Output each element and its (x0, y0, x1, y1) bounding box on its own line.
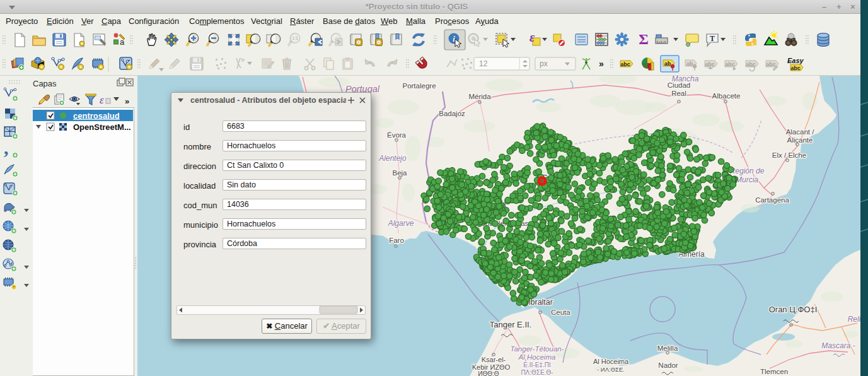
svg-text:*: * (13, 285, 14, 290)
svg-text:abc: abc (790, 65, 801, 71)
svg-text:Al Hoceima: Al Hoceima (518, 353, 556, 361)
svg-text:Tanger-Tétouan-: Tanger-Tétouan- (510, 345, 564, 353)
svg-text:Mérida: Mérida (468, 93, 491, 100)
svg-text:ΠΛ:ΘΣΕ.Θ-: ΠΛ:ΘΣΕ.Θ- (521, 369, 553, 376)
svg-text:Al Hoceima: Al Hoceima (593, 358, 629, 365)
svg-text:centrosalud - Atributos del ob: centrosalud - Atributos del objeto espac… (190, 96, 349, 105)
svg-text:ε: ε (100, 94, 104, 106)
svg-text:OpenStreetM...: OpenStreetM... (73, 122, 131, 132)
svg-text:Alacant /: Alacant / (786, 128, 815, 136)
svg-text:Mancha: Mancha (672, 76, 699, 83)
svg-text:Tlemcen: Tlemcen (760, 368, 788, 375)
svg-text:Tanger Ε.ΙΙ.: Tanger Ε.ΙΙ. (490, 320, 531, 329)
svg-text:ab: ab (686, 61, 693, 67)
svg-text:abc: abc (725, 61, 735, 68)
svg-text:Badajoz: Badajoz (439, 110, 465, 117)
svg-text:- ИΛ:ΘΣΕ.: - ИΛ:ΘΣΕ. (597, 366, 625, 373)
svg-text:ИΘΘ:Θ: ИΘΘ:Θ (478, 370, 499, 376)
svg-text:»: » (599, 59, 604, 69)
svg-text:Melilla: Melilla (657, 344, 678, 352)
svg-text:Nador: Nador (658, 361, 678, 369)
svg-text:abc: abc (620, 61, 630, 68)
svg-text:Ε.ΙΙ-Ε‡.ΠΙ: Ε.ΙΙ-Ε‡.ΠΙ (523, 361, 550, 368)
svg-text:px: px (540, 59, 548, 68)
svg-text:ab: ab (664, 61, 671, 67)
svg-text:Évora: Évora (387, 131, 407, 139)
svg-text:Murcia: Murcia (736, 175, 758, 184)
svg-text:Portalegre: Portalegre (402, 82, 436, 90)
svg-text:Albacete: Albacete (712, 92, 741, 100)
svg-text:Alicante: Alicante (787, 136, 813, 144)
svg-text:Mascara -: Mascara - (821, 341, 855, 350)
svg-text:Reliz: Reliz (848, 315, 860, 324)
svg-text:abc: abc (705, 61, 715, 68)
svg-text:centrosalud: centrosalud (73, 111, 120, 120)
svg-text:Easy: Easy (787, 57, 804, 64)
svg-text:Real: Real (671, 90, 686, 97)
svg-text:12: 12 (479, 59, 488, 68)
svg-text:Ceuta: Ceuta (551, 308, 570, 316)
svg-text:Alentejo: Alentejo (378, 154, 407, 163)
svg-text:Oran Ц.ФО‡І: Oran Ц.ФО‡І (769, 305, 818, 314)
svg-text:Algarve: Algarve (388, 219, 414, 228)
svg-text:abc: abc (766, 61, 776, 68)
svg-text:Región de: Región de (730, 167, 765, 175)
svg-text:Elx / Elche: Elx / Elche (772, 151, 806, 159)
svg-text:Ksar-el-: Ksar-el- (482, 356, 506, 363)
svg-text:»: » (125, 97, 129, 106)
svg-text:Beja: Beja (392, 169, 407, 177)
svg-text:,: , (4, 137, 9, 158)
svg-text:Faro: Faro (389, 237, 404, 244)
svg-text:Cartagena: Cartagena (755, 196, 789, 204)
